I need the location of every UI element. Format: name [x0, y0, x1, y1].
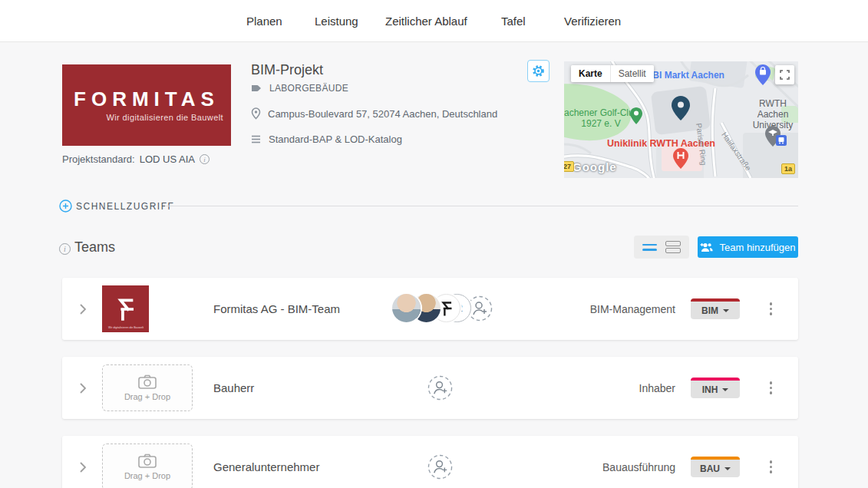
- quick-access-label: SCHNELLZUGRIFF: [76, 201, 174, 212]
- tab-zeitlicher-ablauf[interactable]: Zeitlicher Ablauf: [385, 15, 467, 28]
- team-row: Drag + Drop Generalunternehmer Bauausfüh…: [62, 436, 798, 488]
- dropzone-label: Drag + Drop: [124, 471, 170, 480]
- expand-chevron-icon[interactable]: [79, 357, 87, 419]
- project-address: Campus-Boulevard 57, 52074 Aachen, Deuts…: [268, 108, 497, 120]
- app-root: Planen Leistung Zeitlicher Ablauf Tafel …: [0, 0, 868, 488]
- list-icon: [251, 135, 262, 143]
- camera-icon: [138, 374, 157, 389]
- row-menu-button[interactable]: [770, 357, 773, 419]
- add-group-icon: [700, 242, 714, 252]
- project-settings-button[interactable]: [527, 60, 550, 82]
- team-name: Formitas AG - BIM-Team: [213, 278, 340, 340]
- team-role: BIM-Management: [590, 278, 675, 340]
- role-badge-dropdown[interactable]: BAU: [691, 457, 740, 477]
- gear-icon: [532, 64, 545, 77]
- team-name: Generalunternehmer: [213, 436, 319, 488]
- logo-dropzone[interactable]: Drag + Drop: [102, 443, 193, 488]
- tag-icon: [251, 84, 262, 93]
- expand-chevron-icon[interactable]: [79, 436, 87, 488]
- quick-access-add-button[interactable]: [59, 199, 72, 216]
- role-badge-label: INH: [702, 384, 718, 395]
- expand-chevron-icon[interactable]: [79, 278, 87, 340]
- add-team-button[interactable]: Team hinzufügen: [698, 236, 798, 258]
- road-badge-27: 27: [564, 161, 574, 172]
- tab-planen[interactable]: Planen: [246, 15, 282, 28]
- project-standard-label: Projektstandard:: [62, 153, 135, 165]
- map-type-control: Karte Satellit: [571, 65, 654, 82]
- team-role: Inhaber: [639, 357, 675, 419]
- transit-icon: [776, 135, 787, 146]
- list-view-icon[interactable]: [642, 244, 657, 251]
- project-logo: FORMITAS Wir digitalisieren die Bauwelt: [62, 64, 231, 146]
- chevron-down-icon: [722, 388, 728, 391]
- divider: [165, 206, 798, 206]
- row-menu-button[interactable]: [770, 278, 773, 340]
- tab-tafel[interactable]: Tafel: [501, 15, 526, 28]
- dropzone-label: Drag + Drop: [124, 392, 170, 401]
- project-location-pin: [672, 96, 690, 120]
- team-name: Bauherr: [213, 357, 254, 419]
- store-pin-icon: [755, 64, 771, 85]
- map-label-obi: OBI Markt Aachen: [645, 70, 724, 81]
- logo-tagline: Wir digitalisieren die Bauwelt: [62, 113, 231, 122]
- team-row: Wir digitalisieren die Bauwelt Formitas …: [62, 278, 798, 340]
- role-badge-label: BIM: [701, 305, 718, 316]
- tab-verifizieren[interactable]: Verifizieren: [564, 15, 621, 28]
- logo-dropzone[interactable]: Drag + Drop: [102, 364, 193, 411]
- map-widget[interactable]: OBI Markt Aachen RWTH Aachen University …: [564, 61, 798, 178]
- project-catalog: Standard-BAP & LOD-Katalog: [269, 134, 402, 145]
- add-person-icon: [427, 454, 453, 480]
- info-icon[interactable]: i: [200, 154, 210, 164]
- team-logo-tagline: Wir digitalisieren die Bauwelt: [104, 325, 147, 328]
- map-type-karte-button[interactable]: Karte: [571, 65, 610, 82]
- chevron-down-icon: [724, 467, 731, 470]
- add-team-button-label: Team hinzufügen: [719, 242, 795, 253]
- view-toggle: [634, 236, 689, 259]
- golf-pin-icon: [630, 107, 642, 124]
- project-address-row: Campus-Boulevard 57, 52074 Aachen, Deuts…: [251, 107, 497, 120]
- circle-plus-icon: [59, 199, 72, 213]
- tab-leistung[interactable]: Leistung: [315, 15, 358, 28]
- role-badge-label: BAU: [700, 463, 720, 474]
- map-type-satellit-button[interactable]: Satellit: [610, 65, 654, 82]
- location-pin-icon: [251, 107, 261, 120]
- project-standard: Projektstandard: LOD US AIA i: [62, 153, 210, 165]
- map-label-golf-club: achener Golf-Club 1927 e. V: [564, 107, 638, 129]
- project-tag-row: LABORGEBÄUDE: [251, 83, 348, 94]
- top-navigation-bar: Planen Leistung Zeitlicher Ablauf Tafel …: [0, 0, 868, 42]
- logo-brand-text: FORMITAS: [62, 87, 231, 111]
- row-menu-button[interactable]: [770, 436, 773, 488]
- project-standard-value: LOD US AIA: [140, 153, 195, 165]
- project-catalog-row: Standard-BAP & LOD-Katalog: [251, 134, 402, 145]
- map-fullscreen-button[interactable]: [775, 65, 794, 84]
- project-tag: LABORGEBÄUDE: [269, 83, 348, 94]
- role-badge-dropdown[interactable]: INH: [691, 378, 740, 398]
- team-row: Drag + Drop Bauherr Inhaber INH: [62, 357, 798, 419]
- teams-section-title: Teams: [74, 239, 115, 256]
- hospital-pin-icon: [673, 148, 688, 169]
- add-person-icon: [427, 375, 453, 401]
- add-member-button[interactable]: [427, 375, 453, 404]
- role-badge-dropdown[interactable]: BIM: [691, 298, 740, 319]
- road-badge-1a: 1a: [781, 163, 795, 174]
- teams-info-icon[interactable]: i: [59, 243, 71, 255]
- team-role: Bauausführung: [602, 436, 675, 488]
- card-view-icon[interactable]: [665, 241, 681, 253]
- add-member-button[interactable]: [427, 454, 453, 483]
- page-title: BIM-Projekt: [251, 62, 323, 78]
- google-watermark: Google: [573, 160, 617, 173]
- camera-icon: [138, 453, 157, 468]
- team-logo[interactable]: Wir digitalisieren die Bauwelt: [102, 285, 149, 332]
- chevron-down-icon: [723, 309, 729, 312]
- formitas-mark-icon: [113, 295, 139, 323]
- fullscreen-icon: [780, 70, 790, 80]
- member-avatar[interactable]: [392, 294, 421, 322]
